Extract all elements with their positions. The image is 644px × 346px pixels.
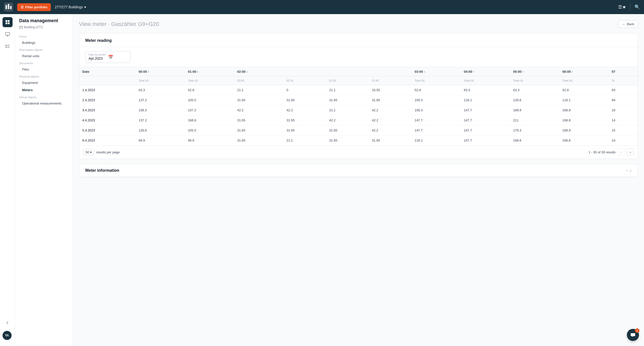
sidebar-item-files[interactable]: Files	[15, 66, 73, 73]
cell-r1-c7: 105.5	[412, 95, 461, 105]
cell-r2-c11: 10	[609, 105, 638, 115]
sidebar-icon-monitor[interactable]	[3, 29, 13, 39]
cell-r2-c3: 42.2	[234, 105, 284, 115]
title-separator: ·	[108, 21, 111, 27]
chat-widget[interactable]: 1	[627, 329, 639, 341]
col-0000: 00:00 ›	[136, 67, 185, 76]
cell-r3-c10: 168.8	[559, 115, 609, 125]
col-0300-sub: Total (4)	[412, 76, 461, 85]
cell-r1-c8: 116.1	[461, 95, 510, 105]
cell-r3-c2: 168.8	[185, 115, 234, 125]
month-filter[interactable]: Filter by month* Apr.2023 📅	[85, 51, 131, 63]
per-page-dropdown[interactable]: 50 ▾	[83, 149, 94, 155]
meter-info-card: Meter information ··· ↓	[79, 164, 638, 177]
sidebar-item-operational-measurements[interactable]: Operational measurements	[15, 100, 73, 107]
meter-data-table: Date 00:00 › 01:00 › 02:00 ‹ 03:00 › 04:…	[79, 67, 638, 145]
sidebar-section-focus: Focus	[15, 33, 73, 39]
col-0200-sub: 02:00	[234, 76, 284, 85]
cell-r1-c10: 116.1	[559, 95, 609, 105]
table-header-row-1: Date 00:00 › 01:00 › 02:00 ‹ 03:00 › 04:…	[79, 67, 638, 76]
search-icon[interactable]: 🔍	[634, 4, 640, 10]
cell-r0-c7: 52.8	[412, 85, 461, 95]
col-0215-sub: 02:15	[284, 76, 326, 85]
cell-r1-c6: 31.65	[369, 95, 412, 105]
sidebar-item-meters[interactable]: Meters	[15, 86, 73, 94]
cell-r0-c4: 0	[284, 85, 326, 95]
content-area: View meter · Gaszähler G9+G20 ← Back Met…	[73, 14, 644, 346]
sidebar-item-rental-units[interactable]: Rental units	[15, 52, 73, 60]
cell-r1-c11: 94	[609, 95, 638, 105]
back-button-label: Back	[627, 22, 634, 26]
cell-r3-c3: 31.65	[234, 115, 284, 125]
cell-r5-c2: 94.9	[185, 135, 234, 146]
prev-page-button[interactable]: ‹	[618, 149, 625, 156]
cell-r0-c1: 63.3	[136, 85, 185, 95]
pagination-row: 50 ▾ results per page 1 - 30 of 30 resul…	[79, 145, 638, 159]
cell-r3-c9: 211	[510, 115, 559, 125]
svg-rect-3	[6, 22, 7, 24]
filter-portfolio-button[interactable]: ☰ Filter portfolio	[17, 3, 51, 11]
col-0100: 01:00 ›	[185, 67, 234, 76]
meter-info-dots[interactable]: ··· ↓	[625, 168, 632, 173]
col-0600: 06:00 ›	[559, 67, 609, 76]
svg-rect-9	[7, 47, 10, 47]
avatar-container: YA	[3, 328, 13, 343]
calendar-icon: 📅	[108, 55, 113, 59]
table-row: 1.4.202363.352.821.1021.110.5552.863.363…	[79, 85, 638, 95]
cell-r5-c1: 94.9	[136, 135, 185, 146]
card-header: Meter reading	[79, 33, 638, 47]
next-page-button[interactable]: ›	[627, 149, 634, 156]
cell-r5-c3: 31.65	[234, 135, 284, 146]
filter-text: Filter by month* Apr.2023	[89, 53, 106, 61]
sidebar-item-buildings[interactable]: Buildings	[15, 39, 73, 46]
page-title: View meter · Gaszähler G9+G20	[79, 21, 159, 27]
filter-star-icon[interactable]: ☰★	[618, 4, 626, 10]
nav-divider	[630, 4, 630, 11]
svg-rect-2	[8, 20, 10, 22]
cell-r0-c9: 63.3	[510, 85, 559, 95]
cell-r4-c3: 31.65	[234, 125, 284, 135]
buildings-selector[interactable]: 277/277 Buildings ▾	[55, 5, 86, 9]
top-nav-right: ☰★ 🔍	[618, 4, 640, 11]
sidebar-icon-list[interactable]	[3, 41, 13, 51]
table-row: 6.4.202394.994.931.6521.131.6531.65116.1…	[79, 135, 638, 146]
cell-r4-c1: 126.6	[136, 125, 185, 135]
back-button[interactable]: ← Back	[618, 20, 638, 28]
filter-row: Filter by month* Apr.2023 📅	[79, 47, 638, 67]
filter-value: Apr.2023	[89, 56, 103, 60]
top-nav: ☰ Filter portfolio 277/277 Buildings ▾ ☰…	[0, 0, 644, 14]
cell-r4-c6: 42.2	[369, 125, 412, 135]
col-0000-sub: Total (4)	[136, 76, 185, 85]
svg-rect-10	[19, 26, 22, 29]
cell-r4-c0: 5.4.2023	[79, 125, 136, 135]
cell-r4-c9: 179.3	[510, 125, 559, 135]
pagination-text: 1 - 30 of 30 results	[588, 150, 616, 154]
cell-r0-c0: 1.4.2023	[79, 85, 136, 95]
svg-rect-1	[6, 20, 7, 22]
col-empty-1	[284, 67, 326, 76]
sidebar-icon-table[interactable]	[3, 17, 13, 27]
cell-r1-c3: 31.65	[234, 95, 284, 105]
main-layout: YA Data management Building (277) Focus …	[0, 14, 644, 346]
sidebar-icon-collapse[interactable]	[3, 318, 13, 328]
cell-r5-c0: 6.4.2023	[79, 135, 136, 146]
cell-r4-c10: 189.9	[559, 125, 609, 135]
col-empty-2	[326, 67, 369, 76]
cell-r3-c0: 4.4.2023	[79, 115, 136, 125]
cell-r1-c4: 31.65	[284, 95, 326, 105]
icon-sidebar-bottom: YA	[3, 318, 13, 343]
sidebar-section-realestate: Real estate objects	[15, 46, 73, 52]
sidebar-subtitle: Building (277)	[15, 25, 73, 33]
arrow-left-icon: ←	[622, 22, 625, 26]
col-0500: 05:00 ›	[510, 67, 559, 76]
page-title-sub: Gaszähler G9+G20	[111, 21, 159, 27]
cell-r1-c1: 137.2	[136, 95, 185, 105]
cell-r5-c10: 168.8	[559, 135, 609, 146]
sidebar-item-equipment[interactable]: Equipment	[15, 79, 73, 86]
cell-r5-c7: 116.1	[412, 135, 461, 146]
chat-notification-badge: 1	[635, 328, 639, 333]
col-0100-sub: Total (4)	[185, 76, 234, 85]
user-avatar[interactable]: YA	[3, 331, 12, 340]
cell-r4-c2: 105.5	[185, 125, 234, 135]
cell-r3-c7: 147.7	[412, 115, 461, 125]
